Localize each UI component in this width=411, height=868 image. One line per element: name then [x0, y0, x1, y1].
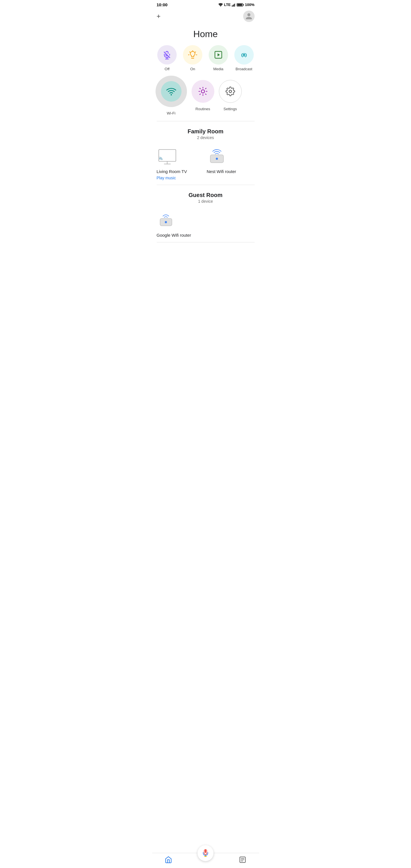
- guest-room-count: 1 device: [157, 199, 255, 204]
- top-nav: +: [152, 8, 259, 25]
- divider-2: [157, 185, 255, 185]
- mic-off-icon: [162, 50, 171, 59]
- device-living-room-tv[interactable]: Living Room TV Play music: [157, 147, 204, 180]
- svg-line-29: [205, 88, 206, 89]
- add-button[interactable]: +: [157, 13, 161, 20]
- guest-room-devices: Google Wifi router: [152, 206, 259, 240]
- svg-point-0: [220, 6, 221, 6]
- nest-wifi-name: Nest Wifi router: [207, 169, 236, 174]
- svg-marker-17: [218, 53, 220, 57]
- lightbulb-icon: [188, 50, 197, 59]
- off-circle: [157, 45, 177, 65]
- quick-actions-row2: Wi-Fi Routines: [152, 73, 259, 119]
- svg-line-25: [205, 94, 206, 94]
- action-routines[interactable]: Routines: [191, 80, 214, 111]
- svg-rect-6: [243, 4, 244, 5]
- action-off[interactable]: Off: [156, 45, 179, 71]
- avatar-icon: [245, 12, 253, 20]
- broadcast-label: Broadcast: [235, 67, 252, 71]
- action-wifi[interactable]: Wi-Fi: [156, 76, 187, 115]
- svg-rect-3: [234, 4, 235, 6]
- svg-point-19: [244, 53, 244, 54]
- svg-line-12: [190, 52, 190, 52]
- routines-icon: [198, 87, 208, 96]
- media-icon: [214, 50, 223, 59]
- status-bar: 10:00 LTE 100%: [152, 0, 259, 8]
- living-room-tv-name: Living Room TV: [157, 169, 187, 174]
- chromecast-icon: [157, 148, 179, 165]
- settings-icon: [225, 87, 235, 96]
- media-circle: [209, 45, 228, 65]
- battery-percent: 100%: [245, 3, 254, 7]
- action-media[interactable]: Media: [207, 45, 230, 71]
- on-label: On: [190, 67, 195, 71]
- on-circle: [183, 45, 202, 65]
- family-room-count: 2 devices: [157, 135, 255, 140]
- divider-1: [157, 121, 255, 121]
- guest-room-title: Guest Room: [157, 192, 255, 198]
- page-title: Home: [152, 25, 259, 45]
- nest-wifi-icon-container: [207, 147, 229, 167]
- svg-line-24: [199, 88, 200, 89]
- svg-point-37: [165, 221, 167, 223]
- svg-point-21: [201, 90, 204, 93]
- off-label: Off: [165, 67, 169, 71]
- action-settings[interactable]: Settings: [219, 80, 242, 111]
- svg-rect-1: [232, 5, 232, 6]
- device-google-wifi[interactable]: Google Wifi router: [157, 211, 255, 238]
- wifi-circle-inner: [161, 81, 182, 102]
- time-display: 10:00: [157, 2, 167, 7]
- svg-line-28: [199, 94, 200, 94]
- nest-wifi-icon: [208, 148, 229, 165]
- svg-point-30: [229, 90, 231, 93]
- status-indicators: LTE 100%: [218, 3, 255, 7]
- routines-label: Routines: [195, 107, 210, 111]
- google-wifi-icon: [157, 212, 179, 229]
- device-nest-wifi[interactable]: Nest Wifi router: [207, 147, 255, 180]
- wifi-icon: [166, 86, 177, 96]
- svg-point-20: [170, 94, 172, 96]
- lte-label: LTE: [224, 3, 231, 7]
- guest-room-section: Guest Room 1 device: [152, 187, 259, 206]
- quick-actions-row1: Off On: [152, 45, 259, 73]
- wifi-label: Wi-Fi: [167, 111, 175, 115]
- google-wifi-icon-container: [157, 211, 180, 230]
- broadcast-icon: [240, 50, 249, 59]
- user-avatar[interactable]: [243, 10, 255, 22]
- wifi-status-icon: [218, 3, 223, 6]
- battery-icon: [237, 3, 244, 6]
- action-broadcast[interactable]: Broadcast: [232, 45, 256, 71]
- svg-rect-2: [233, 5, 234, 6]
- routines-circle: [191, 80, 214, 103]
- settings-label: Settings: [223, 107, 237, 111]
- svg-rect-4: [235, 3, 236, 6]
- family-room-section: Family Room 2 devices: [152, 124, 259, 142]
- family-room-devices: Living Room TV Play music Nest Wifi rout…: [152, 142, 259, 182]
- chromecast-icon-container: [157, 147, 180, 167]
- wifi-circle-outer: [156, 76, 187, 107]
- family-room-title: Family Room: [157, 128, 255, 135]
- svg-point-35: [216, 158, 218, 160]
- media-label: Media: [213, 67, 223, 71]
- action-on[interactable]: On: [181, 45, 204, 71]
- settings-circle: [219, 80, 242, 103]
- living-room-tv-action[interactable]: Play music: [157, 176, 176, 180]
- google-wifi-name: Google Wifi router: [157, 233, 191, 238]
- svg-rect-7: [238, 4, 242, 6]
- signal-icon: [232, 3, 236, 6]
- broadcast-circle: [234, 45, 254, 65]
